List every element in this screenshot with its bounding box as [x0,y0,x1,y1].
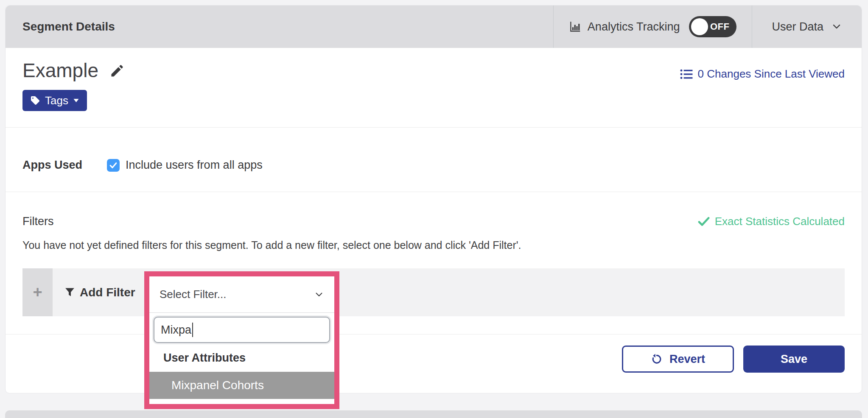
exact-statistics-status: Exact Statistics Calculated [698,215,845,228]
apps-used-section: Apps Used Include users from all apps [6,128,862,192]
tag-icon [30,95,40,106]
user-data-label: User Data [772,20,823,33]
revert-label: Revert [669,353,705,366]
check-icon [109,161,118,170]
apps-used-label: Apps Used [22,159,82,172]
card-header: Segment Details Analytics Tracking OFF [6,6,862,48]
next-section-strip [5,410,862,418]
segment-name: Example [22,59,98,82]
toggle-knob [691,18,708,35]
changes-link[interactable]: 0 Changes Since Last Viewed [680,67,845,81]
filters-heading: Filters [22,215,54,228]
undo-icon [651,353,663,365]
divider [6,334,862,334]
analytics-tracking-toggle[interactable]: OFF [689,16,736,37]
list-icon [680,68,693,80]
chevron-down-icon [314,290,324,300]
filters-section: Filters Exact Statistics Calculated You … [6,192,862,394]
check-icon [698,217,710,227]
save-button[interactable]: Save [743,346,845,373]
filter-funnel-icon [64,287,75,298]
analytics-tracking-group: Analytics Tracking OFF [554,6,752,48]
save-label: Save [781,353,807,365]
text-cursor [192,323,193,337]
analytics-tracking-label: Analytics Tracking [588,20,680,33]
revert-button[interactable]: Revert [622,346,734,373]
pencil-edit-icon[interactable] [109,63,125,78]
status-label: Exact Statistics Calculated [715,215,845,228]
header-right: Analytics Tracking OFF User Data [553,6,862,48]
page-title: Segment Details [22,20,115,33]
plus-icon: + [33,283,42,301]
tags-button-label: Tags [45,94,68,107]
filter-select-value: Select Filter... [160,288,227,301]
add-filter-label: Add Filter [64,268,135,316]
chevron-down-icon [831,21,842,32]
toggle-state-label: OFF [710,21,730,32]
changes-link-label: 0 Changes Since Last Viewed [698,67,845,81]
add-filter-plus-button[interactable]: + [22,268,53,316]
filter-select-highlight-annotation: Select Filter... Mixpa User Attributes M… [144,271,339,409]
tags-button[interactable]: Tags [22,90,87,111]
dropdown-option-mixpanel-cohorts[interactable]: Mixpanel Cohorts [149,372,334,399]
bar-chart-icon [569,20,582,33]
include-all-apps-label: Include users from all apps [126,159,263,172]
filter-search-input[interactable]: Mixpa [154,317,330,343]
include-all-apps-checkbox[interactable] [107,159,120,172]
filters-description: You have not yet defined filters for thi… [22,239,845,251]
filter-search-value: Mixpa [161,323,191,337]
caret-down-icon [73,98,79,103]
filter-select[interactable]: Select Filter... [149,276,334,313]
filter-dropdown-panel: Mixpa User Attributes Mixpanel Cohorts [149,313,334,399]
segment-details-card: Segment Details Analytics Tracking OFF [5,5,862,393]
user-data-menu[interactable]: User Data [752,6,862,48]
dropdown-group-user-attributes: User Attributes [149,351,334,365]
title-section: Example Tags [6,48,862,127]
